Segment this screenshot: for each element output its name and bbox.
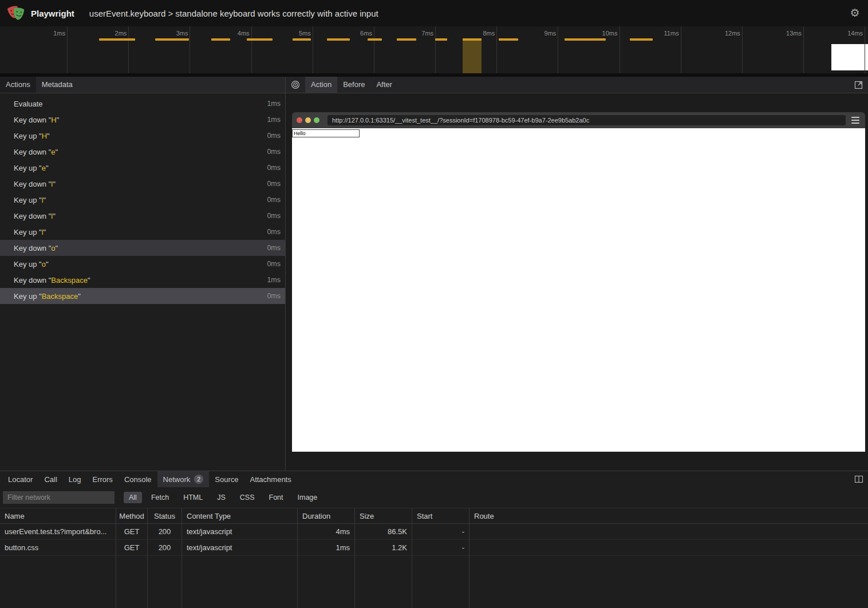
timeline-ms-label: 6ms (338, 30, 372, 37)
tab-log[interactable]: Log (63, 471, 87, 487)
timeline-action-tick (630, 38, 653, 41)
action-row[interactable]: Key up "l" 0ms (0, 224, 285, 240)
page-text-input[interactable] (292, 129, 360, 137)
network-request-row[interactable]: userEvent.test.ts?import&bro... GET 200 … (0, 524, 868, 540)
browser-menu-icon[interactable] (851, 117, 859, 124)
action-row[interactable]: Key down "H" 1ms (0, 112, 285, 128)
timeline-gridline (865, 26, 865, 73)
trace-viewer: Playwright userEvent.keyboard > standalo… (0, 0, 868, 608)
timeline-screenshot-thumbnail[interactable] (831, 44, 868, 70)
action-title: Key down "l" (14, 180, 56, 188)
network-request-row[interactable]: button.css GET 200 text/javascript 1ms 1… (0, 540, 868, 556)
action-duration: 0ms (267, 212, 281, 220)
action-row[interactable]: Evaluate 1ms (0, 96, 285, 112)
action-title: Key up "e" (14, 164, 49, 172)
action-row[interactable]: Key down "l" 0ms (0, 208, 285, 224)
timeline-action-tick (397, 38, 416, 41)
action-row[interactable]: Key up "o" 0ms (0, 256, 285, 272)
filter-chip-js[interactable]: JS (212, 492, 231, 503)
request-content-type: text/javascript (182, 524, 298, 540)
timeline-ms-label: 11ms (645, 30, 679, 37)
network-table-header: Name Method Status Content Type Duration… (0, 508, 868, 524)
action-row[interactable]: Key up "l" 0ms (0, 192, 285, 208)
tab-metadata[interactable]: Metadata (36, 77, 78, 93)
action-duration: 0ms (267, 132, 281, 140)
network-table-empty-area (0, 556, 868, 608)
timeline-gridline (681, 26, 681, 73)
timeline-ms-label: 4ms (215, 30, 250, 37)
timeline-gridline (251, 26, 252, 73)
action-row[interactable]: Key down "Backspace" 1ms (0, 272, 285, 288)
snapshot-panel: Action Before After http://127.0.0.1:633… (286, 77, 868, 471)
timeline-gridline (67, 26, 68, 73)
col-duration: Duration (298, 508, 355, 523)
actions-panel: Actions Metadata Evaluate 1ms Key down "… (0, 77, 286, 471)
action-row[interactable]: Key down "e" 0ms (0, 144, 285, 160)
address-bar[interactable]: http://127.0.0.1:63315/__vitest_test__/?… (328, 115, 846, 125)
action-row[interactable]: Key up "e" 0ms (0, 160, 285, 176)
tab-action[interactable]: Action (305, 77, 337, 93)
action-row[interactable]: Key up "Backspace" 0ms (0, 288, 285, 304)
request-route (469, 524, 868, 540)
timeline-ms-label: 1ms (31, 30, 65, 37)
request-size: 86.5K (355, 524, 412, 540)
tab-actions[interactable]: Actions (0, 77, 36, 93)
split-view-toggle-icon[interactable] (854, 475, 863, 485)
filter-chip-html[interactable]: HTML (178, 492, 208, 503)
tab-errors[interactable]: Errors (86, 471, 118, 487)
request-method: GET (116, 540, 148, 556)
action-duration: 1ms (267, 276, 281, 284)
action-duration: 0ms (267, 164, 281, 172)
action-duration: 0ms (267, 244, 281, 252)
timeline-action-tick (293, 38, 310, 41)
actions-tabbar: Actions Metadata (0, 77, 285, 93)
action-row[interactable]: Key down "l" 0ms (0, 176, 285, 192)
col-method: Method (116, 508, 148, 523)
timeline-gridline (803, 26, 804, 73)
action-row[interactable]: Key down "o" 0ms (0, 240, 285, 256)
tab-source[interactable]: Source (209, 471, 244, 487)
filter-chip-font[interactable]: Font (264, 492, 289, 503)
timeline-gridline (128, 26, 129, 73)
open-snapshot-external-icon[interactable] (849, 77, 868, 93)
tab-after[interactable]: After (370, 77, 397, 93)
filter-chip-fetch[interactable]: Fetch (146, 492, 174, 503)
network-filter-input[interactable] (3, 491, 115, 504)
timeline-ms-label: 12ms (706, 30, 740, 37)
test-case-title: userEvent.keyboard > standalone keyboard… (89, 9, 378, 18)
traffic-light-green-icon (314, 117, 319, 123)
col-name: Name (0, 508, 116, 523)
timeline-gridline (374, 26, 374, 73)
network-count-badge: 2 (194, 475, 203, 484)
filter-chip-css[interactable]: CSS (235, 492, 260, 503)
request-status: 200 (148, 524, 182, 540)
col-size: Size (355, 508, 412, 523)
action-title: Key up "o" (14, 260, 49, 269)
settings-gear-icon[interactable]: ⚙ (847, 6, 862, 21)
filter-chip-all[interactable]: All (124, 492, 142, 503)
tab-attachments[interactable]: Attachments (244, 471, 297, 487)
tab-call[interactable]: Call (38, 471, 62, 487)
timeline[interactable]: 1ms2ms3ms4ms5ms6ms7ms8ms9ms10ms11ms12ms1… (0, 26, 868, 77)
filter-chip-image[interactable]: Image (293, 492, 323, 503)
tab-console[interactable]: Console (119, 471, 157, 487)
action-list: Evaluate 1ms Key down "H" 1ms Key up "H"… (0, 96, 285, 304)
timeline-gridline (742, 26, 743, 73)
timeline-gridline (190, 26, 190, 73)
tab-network[interactable]: Network 2 (157, 471, 210, 487)
timeline-ms-label: 10ms (583, 30, 618, 37)
request-size: 1.2K (355, 540, 412, 556)
request-method: GET (116, 524, 148, 540)
tab-locator[interactable]: Locator (2, 471, 38, 487)
timeline-ms-label: 13ms (767, 30, 802, 37)
snapshot-toolbar: Action Before After (286, 77, 868, 93)
action-row[interactable]: Key up "H" 0ms (0, 128, 285, 144)
tab-before[interactable]: Before (337, 77, 370, 93)
action-title: Key up "l" (14, 196, 46, 204)
request-start: - (412, 540, 469, 556)
request-status: 200 (148, 540, 182, 556)
timeline-gridline (558, 26, 558, 73)
bottom-tabbar: Locator Call Log Errors Console Network … (0, 471, 868, 487)
col-content-type: Content Type (182, 508, 298, 523)
pick-locator-target-icon[interactable] (286, 77, 305, 93)
